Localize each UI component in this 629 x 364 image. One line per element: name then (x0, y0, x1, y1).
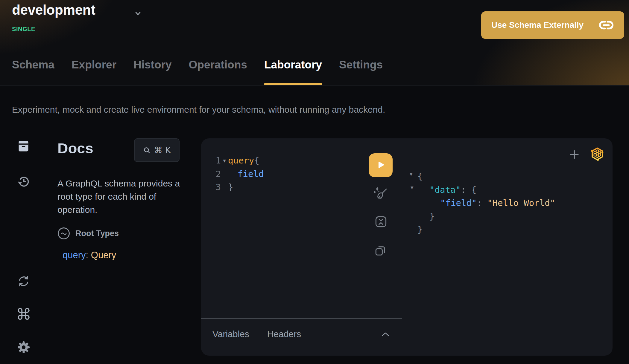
tool-sidebar: ⌘ (0, 85, 47, 364)
tab-operations[interactable]: Operations (189, 59, 247, 85)
docs-search-button[interactable]: ⌘ K (134, 138, 180, 162)
main-nav-tabs: Schema Explorer History Operations Labor… (12, 59, 383, 85)
play-icon (376, 160, 386, 170)
plus-icon (569, 149, 580, 160)
shortcuts-button[interactable]: ⌘ (0, 307, 47, 322)
code-text: } (228, 181, 233, 194)
search-icon (143, 146, 151, 155)
query-editor[interactable]: 1 ▾ query{ 2 field 3 } (214, 154, 264, 194)
line-number: 1 (214, 154, 221, 167)
query-editor-line-3: 3 } (214, 181, 264, 194)
hive-logo (590, 146, 604, 163)
command-icon: ⌘ (16, 307, 31, 322)
refresh-icon (17, 275, 30, 287)
response-line-2: "data": { (417, 183, 555, 197)
merge-fragments-button[interactable] (374, 215, 388, 230)
root-type-query-link[interactable]: query: Query (63, 250, 116, 261)
tab-settings[interactable]: Settings (339, 59, 383, 85)
tab-history[interactable]: History (133, 59, 171, 85)
tab-schema[interactable]: Schema (12, 59, 54, 85)
tab-explorer[interactable]: Explorer (72, 59, 116, 85)
gear-icon (16, 340, 31, 354)
line-number: 3 (214, 181, 221, 194)
settings-sidebar-button[interactable] (0, 340, 47, 354)
copy-query-button[interactable] (373, 244, 387, 258)
execute-query-button[interactable] (369, 153, 393, 177)
editor-footer-tabs: Variables Headers (212, 329, 301, 339)
tab-laboratory[interactable]: Laboratory (264, 59, 322, 85)
root-types-heading: Root Types (75, 229, 119, 238)
chevron-up-icon (381, 331, 390, 337)
variables-tab[interactable]: Variables (212, 329, 249, 339)
code-text: query{ (228, 154, 259, 167)
prettify-query-button[interactable] (373, 186, 388, 202)
root-type-separator: : (86, 250, 91, 260)
response-fold-icon[interactable]: ▾ (410, 171, 413, 177)
history-sidebar-button[interactable] (0, 175, 47, 188)
use-schema-externally-label: Use Schema Externally (491, 20, 584, 30)
response-line-5: } (417, 223, 555, 236)
docs-description: A GraphQL schema provides a root type fo… (57, 177, 192, 216)
docs-panel-title: Docs (57, 140, 93, 157)
root-type-value: Query (91, 250, 116, 260)
collapse-editor-tools-button[interactable] (381, 331, 390, 338)
fold-toggle-icon[interactable]: ▾ (221, 154, 228, 167)
headers-tab[interactable]: Headers (267, 329, 301, 339)
target-switcher[interactable] (133, 9, 142, 18)
use-schema-externally-button[interactable]: Use Schema Externally (481, 11, 624, 39)
response-fold-icon[interactable]: ▾ (411, 184, 414, 191)
response-line-4: } (417, 210, 555, 223)
history-icon (17, 175, 31, 188)
root-type-name: query (63, 250, 86, 260)
root-types-icon (57, 227, 70, 240)
graphiql-panel: 1 ▾ query{ 2 field 3 } (201, 138, 613, 356)
prettify-broom-icon (373, 186, 388, 201)
hive-hexagon-icon (590, 146, 604, 162)
add-tab-button[interactable] (569, 149, 580, 161)
code-text: field (228, 167, 264, 181)
page-subtitle: Experiment, mock and create live environ… (12, 105, 385, 115)
link-icon (598, 20, 614, 30)
copy-icon (373, 244, 387, 257)
refresh-schema-button[interactable] (0, 275, 47, 287)
docs-sidebar-button[interactable] (0, 140, 47, 153)
query-editor-line-1: 1 ▾ query{ (214, 154, 264, 167)
query-editor-line-2: 2 field (214, 167, 264, 181)
page-header: development SINGLE Use Schema Externally… (0, 0, 629, 85)
docs-book-icon (17, 140, 31, 153)
root-types-section: Root Types (57, 227, 119, 240)
response-viewer: { "data": { "field": "Hello World" } } (417, 170, 555, 236)
single-badge: SINGLE (12, 26, 35, 33)
response-line-1: { (417, 170, 555, 183)
search-shortcut-label: ⌘ K (154, 145, 171, 155)
laboratory-page: development SINGLE Use Schema Externally… (0, 0, 629, 364)
line-number: 2 (214, 167, 221, 181)
merge-icon (374, 215, 388, 229)
target-title: development (12, 2, 95, 18)
chevron-down-icon (133, 9, 142, 18)
response-line-3: "field": "Hello World" (417, 196, 555, 210)
editor-footer-divider (201, 318, 402, 319)
